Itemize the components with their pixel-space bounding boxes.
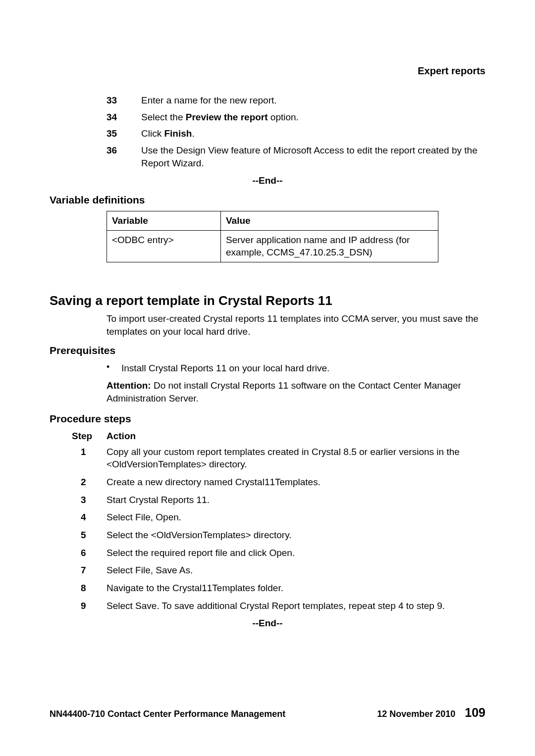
bullet-icon: •: [107, 362, 121, 375]
step-number: 3: [81, 494, 107, 506]
procedure-header-row: Step Action: [72, 430, 485, 443]
text-suffix: . To save additional Crystal Report temp…: [157, 601, 445, 611]
footer-doc-title: NN44400-710 Contact Center Performance M…: [50, 708, 285, 720]
step-number: 4: [81, 511, 107, 524]
step-row: 34 Select the Preview the report option.: [107, 111, 485, 124]
td-variable: <ODBC entry>: [107, 230, 221, 262]
list-item: 4 Select File, Open.: [81, 511, 485, 524]
list-item: 3 Start Crystal Reports 11.: [81, 494, 485, 506]
step-row: 33 Enter a name for the new report.: [107, 94, 485, 107]
procedure-list: 1 Copy all your custom report templates …: [81, 446, 485, 612]
step-number: 6: [81, 547, 107, 559]
td-value: Server application name and IP address (…: [221, 230, 438, 262]
list-item: 8 Navigate to the Crystal11Templates fol…: [81, 582, 485, 595]
step-number: 9: [81, 600, 107, 612]
text-bold: Finish: [164, 128, 192, 139]
text-suffix: folder.: [255, 583, 283, 593]
bullet-text: Install Crystal Reports 11 on your local…: [121, 362, 485, 375]
section-heading: Saving a report template in Crystal Repo…: [50, 292, 485, 309]
end-marker: --End--: [50, 174, 485, 187]
variable-definitions-table-wrap: Variable Value <ODBC entry> Server appli…: [107, 211, 485, 262]
step-number: 7: [81, 564, 107, 577]
prerequisites-heading: Prerequisites: [50, 344, 485, 357]
text-suffix: .: [190, 565, 193, 575]
procedure-steps-heading: Procedure steps: [50, 412, 485, 426]
procedure-action-header: Action: [107, 430, 136, 443]
text-mid: ,: [151, 512, 156, 522]
text-prefix: Select the required report file and clic…: [107, 548, 269, 558]
table-header-row: Variable Value: [107, 211, 438, 231]
list-item: 1 Copy all your custom report templates …: [81, 446, 485, 471]
text-bold: Open: [156, 512, 178, 522]
th-variable: Variable: [107, 211, 221, 231]
list-item: 6 Select the required report file and cl…: [81, 547, 485, 559]
step-row: 35 Click Finish.: [107, 127, 485, 140]
step-text: Select File, Save As.: [107, 564, 485, 577]
step-text: Select the Preview the report option.: [141, 111, 485, 124]
text-suffix: .: [179, 512, 181, 522]
step-number: 2: [81, 476, 107, 489]
end-marker: --End--: [50, 617, 485, 630]
page-header-title: Expert reports: [418, 64, 485, 78]
continued-steps: 33 Enter a name for the new report. 34 S…: [107, 94, 485, 169]
section-intro: To import user-created Crystal reports 1…: [107, 312, 485, 338]
step-text: Create a new directory named Crystal11Te…: [107, 476, 485, 489]
th-value: Value: [221, 211, 438, 231]
text-suffix: option.: [268, 112, 299, 122]
procedure-step-header: Step: [72, 430, 107, 443]
footer-date: 12 November 2010: [377, 709, 455, 719]
step-text: Navigate to the Crystal11Templates folde…: [107, 582, 485, 595]
bullet-item: • Install Crystal Reports 11 on your loc…: [107, 362, 485, 375]
attention-label: Attention:: [107, 380, 151, 391]
step-text: Copy all your custom report templates cr…: [107, 446, 485, 471]
text-bold: File: [135, 512, 151, 522]
step-text: Select Save. To save additional Crystal …: [107, 600, 485, 612]
step-number: 34: [107, 111, 141, 124]
page-footer: NN44400-710 Contact Center Performance M…: [50, 705, 485, 721]
table-row: <ODBC entry> Server application name and…: [107, 230, 438, 262]
step-text: Use the Design View feature of Microsoft…: [141, 144, 485, 169]
text-prefix: Select: [107, 601, 135, 611]
footer-right: 12 November 2010 109: [377, 705, 485, 721]
text-prefix: Select: [107, 512, 135, 522]
text-bold: Open: [269, 548, 292, 558]
variable-definitions-heading: Variable definitions: [50, 193, 485, 207]
text-prefix: Select: [107, 565, 135, 575]
list-item: 7 Select File, Save As.: [81, 564, 485, 577]
step-text: Select File, Open.: [107, 511, 485, 524]
text-prefix: Click: [141, 128, 164, 139]
text-bold: File: [135, 565, 151, 575]
step-text: Select the <OldVersionTemplates> directo…: [107, 529, 485, 542]
variable-definitions-table: Variable Value <ODBC entry> Server appli…: [107, 211, 438, 262]
step-number: 33: [107, 94, 141, 107]
step-text: Enter a name for the new report.: [141, 94, 485, 107]
text-bold: Preview the report: [186, 112, 268, 122]
step-text: Start Crystal Reports 11.: [107, 494, 485, 506]
text-suffix: .: [292, 548, 295, 558]
footer-page-number: 109: [465, 706, 485, 719]
text-bold: Crystal11Templates: [172, 583, 255, 593]
text-bold: Save As: [156, 565, 190, 575]
text-prefix: Navigate to the: [107, 583, 172, 593]
attention-text: Do not install Crystal Reports 11 softwa…: [107, 380, 461, 403]
step-number: 35: [107, 127, 141, 140]
text-prefix: Select the: [141, 112, 186, 122]
step-text: Select the required report file and clic…: [107, 547, 485, 559]
step-number: 5: [81, 529, 107, 542]
text-suffix: .: [192, 128, 194, 139]
step-number: 1: [81, 446, 107, 471]
list-item: 2 Create a new directory named Crystal11…: [81, 476, 485, 489]
step-number: 8: [81, 582, 107, 595]
text-bold: Save: [135, 601, 157, 611]
step-row: 36 Use the Design View feature of Micros…: [107, 144, 485, 169]
step-number: 36: [107, 144, 141, 169]
list-item: 9 Select Save. To save additional Crysta…: [81, 600, 485, 612]
step-text: Click Finish.: [141, 127, 485, 140]
text-mid: ,: [151, 565, 156, 575]
attention-note: Attention: Do not install Crystal Report…: [107, 379, 485, 404]
list-item: 5 Select the <OldVersionTemplates> direc…: [81, 529, 485, 542]
